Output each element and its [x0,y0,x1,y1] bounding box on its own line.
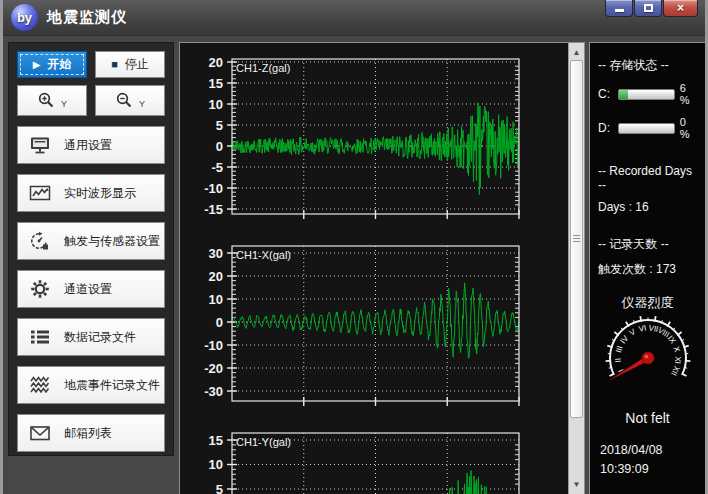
sidebar: ▶ 开始 ■ 停止 Y [8,42,174,456]
sidebar-item-label: 数据记录文件 [64,329,136,346]
stop-icon: ■ [111,59,118,70]
start-button[interactable]: ▶ 开始 [17,51,87,78]
gauge-title: 仪器烈度 [598,294,697,312]
zoom-in-y-button[interactable]: Y [17,85,87,116]
sidebar-item-trigger-sensor-settings[interactable]: 触发与传感器设置 [17,222,165,260]
zoom-out-axis-label: Y [139,99,145,109]
app-logo-icon: by [11,4,38,31]
time-value: 10:39:09 [600,460,663,479]
svg-text:X: X [672,345,682,353]
stop-label: 停止 [125,56,149,73]
envelope-icon [29,423,51,443]
window-title: 地震监测仪 [47,8,127,27]
svg-text:10: 10 [209,97,223,112]
svg-text:II: II [614,358,623,363]
gear-icon [29,279,51,299]
svg-text:-10: -10 [204,181,223,196]
svg-text:15: 15 [209,433,223,448]
c-drive-percent: 6 % [680,82,697,106]
list-icon [29,327,51,347]
sidebar-item-channel-settings[interactable]: 通道设置 [17,270,165,308]
app-window: by 地震监测仪 × ▶ 开始 ■ 停止 [0,0,708,494]
sidebar-item-label: 邮箱列表 [64,425,112,442]
svg-text:-5: -5 [211,160,223,175]
minimize-icon [615,9,624,12]
d-drive-row: D: 0 % [598,116,697,140]
zoom-out-y-button[interactable]: Y [95,85,165,116]
svg-text:-10: -10 [204,338,223,353]
c-drive-usage-bar [618,89,675,100]
maximize-button[interactable] [634,0,662,17]
svg-text:V: V [628,327,638,338]
sidebar-item-realtime-waveform[interactable]: 实时波形显示 [17,174,165,212]
magnifier-minus-icon [115,91,134,110]
svg-text:-20: -20 [204,361,223,376]
svg-text:0: 0 [216,139,223,154]
waveform-panel: 20151050-5-10-15CH1-Z(gal)3020100-10-20-… [179,42,585,494]
zoom-in-axis-label: Y [61,99,67,109]
trigger-count-value: 触发次数 : 173 [598,261,697,278]
c-drive-label: C: [598,87,613,101]
svg-text:CH1-X(gal): CH1-X(gal) [236,249,291,261]
svg-text:III: III [614,345,625,354]
chart-scrollbar[interactable]: ▲ ▼ [568,43,584,494]
scrollbar-thumb[interactable] [570,60,583,418]
logo-text: by [17,10,32,25]
start-label: 开始 [47,56,71,73]
svg-text:10: 10 [209,292,223,307]
svg-text:5: 5 [216,482,223,494]
sidebar-item-label: 通道设置 [64,281,112,298]
c-drive-row: C: 6 % [598,82,697,106]
gauge-status: Not felt [598,410,697,426]
play-icon: ▶ [33,60,41,70]
svg-text:CH1-Z(gal): CH1-Z(gal) [236,62,290,74]
waveform-icon [29,183,51,203]
date-value: 2018/04/08 [600,441,663,460]
sidebar-item-general-settings[interactable]: 通用设置 [17,126,165,164]
d-drive-label: D: [598,121,613,135]
c-drive-usage-fill [619,90,628,99]
svg-text:0: 0 [216,315,223,330]
window-body: ▶ 开始 ■ 停止 Y [3,36,705,494]
storage-status-header: -- 存储状态 -- [598,57,697,74]
stop-button[interactable]: ■ 停止 [95,51,165,78]
maximize-icon [644,4,653,12]
svg-text:5: 5 [216,118,223,133]
record-count-header: -- 记录天数 -- [598,236,697,253]
close-button[interactable]: × [663,0,698,17]
recorded-days-value: Days : 16 [598,200,697,214]
sidebar-item-email-list[interactable]: 邮箱列表 [17,414,165,452]
waveform-charts: 20151050-5-10-15CH1-Z(gal)3020100-10-20-… [180,43,569,494]
svg-text:VI: VI [638,323,647,333]
intensity-gauge: IIIIIIIVVVIVIIVIIIIXXXIXII [598,314,698,410]
svg-text:CH1-Y(gal): CH1-Y(gal) [236,436,291,448]
scroll-up-icon[interactable]: ▲ [569,45,584,61]
svg-text:XI: XI [673,356,683,364]
svg-text:XII: XII [669,364,681,377]
seismic-wave-icon [29,375,51,395]
svg-text:20: 20 [209,269,223,284]
svg-text:30: 30 [209,246,223,261]
svg-text:-30: -30 [204,384,223,399]
d-drive-usage-bar [618,123,675,134]
minimize-button[interactable] [605,0,633,17]
sidebar-item-label: 触发与传感器设置 [64,233,160,250]
scrollbar-grip [573,235,580,243]
window-controls: × [604,0,698,17]
sidebar-item-label: 通用设置 [64,137,112,154]
svg-text:15: 15 [209,76,223,91]
sidebar-item-data-record-files[interactable]: 数据记录文件 [17,318,165,356]
d-drive-percent: 0 % [680,116,697,140]
sidebar-item-label: 实时波形显示 [64,185,136,202]
svg-text:IV: IV [618,333,630,345]
trigger-sensor-icon [29,231,51,251]
svg-text:-15: -15 [204,202,223,217]
scroll-down-icon[interactable]: ▼ [569,477,584,493]
sidebar-item-label: 地震事件记录文件 [64,377,160,394]
svg-text:20: 20 [209,55,223,70]
svg-text:10: 10 [209,457,223,472]
magnifier-plus-icon [37,91,56,110]
sidebar-item-seismic-event-files[interactable]: 地震事件记录文件 [17,366,165,404]
titlebar: by 地震监测仪 × [3,0,705,36]
status-panel: -- 存储状态 -- C: 6 % D: 0 % -- Recorded Day… [589,42,706,494]
